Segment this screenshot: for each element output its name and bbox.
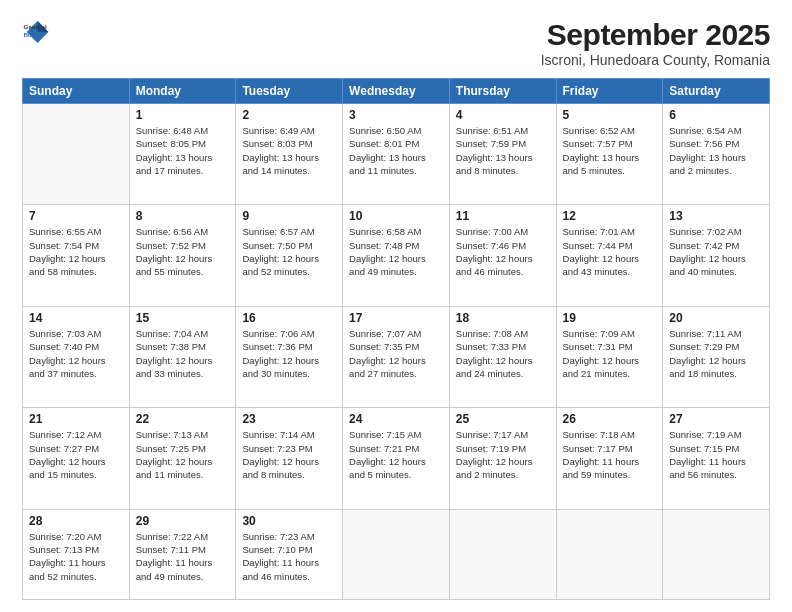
table-row: 29Sunrise: 7:22 AM Sunset: 7:11 PM Dayli… <box>129 509 236 599</box>
day-info: Sunrise: 6:56 AM Sunset: 7:52 PM Dayligh… <box>136 225 230 278</box>
day-info: Sunrise: 7:22 AM Sunset: 7:11 PM Dayligh… <box>136 530 230 583</box>
table-row: 10Sunrise: 6:58 AM Sunset: 7:48 PM Dayli… <box>343 205 450 306</box>
day-info: Sunrise: 7:04 AM Sunset: 7:38 PM Dayligh… <box>136 327 230 380</box>
table-row <box>556 509 663 599</box>
day-number: 20 <box>669 311 763 325</box>
table-row: 17Sunrise: 7:07 AM Sunset: 7:35 PM Dayli… <box>343 306 450 407</box>
table-row: 2Sunrise: 6:49 AM Sunset: 8:03 PM Daylig… <box>236 104 343 205</box>
table-row: 4Sunrise: 6:51 AM Sunset: 7:59 PM Daylig… <box>449 104 556 205</box>
day-number: 14 <box>29 311 123 325</box>
day-number: 3 <box>349 108 443 122</box>
calendar-week-row: 7Sunrise: 6:55 AM Sunset: 7:54 PM Daylig… <box>23 205 770 306</box>
day-number: 24 <box>349 412 443 426</box>
table-row <box>23 104 130 205</box>
day-info: Sunrise: 6:55 AM Sunset: 7:54 PM Dayligh… <box>29 225 123 278</box>
day-info: Sunrise: 7:01 AM Sunset: 7:44 PM Dayligh… <box>563 225 657 278</box>
day-number: 2 <box>242 108 336 122</box>
table-row: 23Sunrise: 7:14 AM Sunset: 7:23 PM Dayli… <box>236 408 343 509</box>
table-row <box>343 509 450 599</box>
day-info: Sunrise: 7:20 AM Sunset: 7:13 PM Dayligh… <box>29 530 123 583</box>
table-row: 11Sunrise: 7:00 AM Sunset: 7:46 PM Dayli… <box>449 205 556 306</box>
table-row: 21Sunrise: 7:12 AM Sunset: 7:27 PM Dayli… <box>23 408 130 509</box>
calendar-table: Sunday Monday Tuesday Wednesday Thursday… <box>22 78 770 600</box>
day-info: Sunrise: 6:49 AM Sunset: 8:03 PM Dayligh… <box>242 124 336 177</box>
col-wednesday: Wednesday <box>343 79 450 104</box>
day-info: Sunrise: 7:03 AM Sunset: 7:40 PM Dayligh… <box>29 327 123 380</box>
table-row: 25Sunrise: 7:17 AM Sunset: 7:19 PM Dayli… <box>449 408 556 509</box>
day-number: 7 <box>29 209 123 223</box>
table-row: 1Sunrise: 6:48 AM Sunset: 8:05 PM Daylig… <box>129 104 236 205</box>
day-info: Sunrise: 7:17 AM Sunset: 7:19 PM Dayligh… <box>456 428 550 481</box>
day-info: Sunrise: 6:54 AM Sunset: 7:56 PM Dayligh… <box>669 124 763 177</box>
day-info: Sunrise: 7:08 AM Sunset: 7:33 PM Dayligh… <box>456 327 550 380</box>
header: General Blue September 2025 Iscroni, Hun… <box>22 18 770 68</box>
day-info: Sunrise: 7:19 AM Sunset: 7:15 PM Dayligh… <box>669 428 763 481</box>
table-row: 20Sunrise: 7:11 AM Sunset: 7:29 PM Dayli… <box>663 306 770 407</box>
logo: General Blue <box>22 18 50 46</box>
col-sunday: Sunday <box>23 79 130 104</box>
day-number: 6 <box>669 108 763 122</box>
day-number: 8 <box>136 209 230 223</box>
day-info: Sunrise: 7:09 AM Sunset: 7:31 PM Dayligh… <box>563 327 657 380</box>
svg-text:General: General <box>24 23 47 30</box>
table-row: 28Sunrise: 7:20 AM Sunset: 7:13 PM Dayli… <box>23 509 130 599</box>
table-row: 14Sunrise: 7:03 AM Sunset: 7:40 PM Dayli… <box>23 306 130 407</box>
table-row: 26Sunrise: 7:18 AM Sunset: 7:17 PM Dayli… <box>556 408 663 509</box>
day-number: 12 <box>563 209 657 223</box>
table-row: 8Sunrise: 6:56 AM Sunset: 7:52 PM Daylig… <box>129 205 236 306</box>
day-number: 18 <box>456 311 550 325</box>
day-number: 11 <box>456 209 550 223</box>
day-info: Sunrise: 7:07 AM Sunset: 7:35 PM Dayligh… <box>349 327 443 380</box>
day-number: 15 <box>136 311 230 325</box>
day-number: 19 <box>563 311 657 325</box>
table-row: 24Sunrise: 7:15 AM Sunset: 7:21 PM Dayli… <box>343 408 450 509</box>
svg-text:Blue: Blue <box>24 31 38 38</box>
day-number: 13 <box>669 209 763 223</box>
table-row: 7Sunrise: 6:55 AM Sunset: 7:54 PM Daylig… <box>23 205 130 306</box>
table-row: 9Sunrise: 6:57 AM Sunset: 7:50 PM Daylig… <box>236 205 343 306</box>
page-title: September 2025 <box>541 18 770 52</box>
day-info: Sunrise: 6:57 AM Sunset: 7:50 PM Dayligh… <box>242 225 336 278</box>
table-row: 22Sunrise: 7:13 AM Sunset: 7:25 PM Dayli… <box>129 408 236 509</box>
day-info: Sunrise: 7:12 AM Sunset: 7:27 PM Dayligh… <box>29 428 123 481</box>
day-info: Sunrise: 7:06 AM Sunset: 7:36 PM Dayligh… <box>242 327 336 380</box>
table-row: 27Sunrise: 7:19 AM Sunset: 7:15 PM Dayli… <box>663 408 770 509</box>
logo-icon: General Blue <box>22 18 50 46</box>
day-info: Sunrise: 7:02 AM Sunset: 7:42 PM Dayligh… <box>669 225 763 278</box>
day-info: Sunrise: 6:58 AM Sunset: 7:48 PM Dayligh… <box>349 225 443 278</box>
day-number: 25 <box>456 412 550 426</box>
day-info: Sunrise: 6:48 AM Sunset: 8:05 PM Dayligh… <box>136 124 230 177</box>
day-number: 29 <box>136 514 230 528</box>
col-monday: Monday <box>129 79 236 104</box>
day-info: Sunrise: 7:15 AM Sunset: 7:21 PM Dayligh… <box>349 428 443 481</box>
day-number: 22 <box>136 412 230 426</box>
table-row: 3Sunrise: 6:50 AM Sunset: 8:01 PM Daylig… <box>343 104 450 205</box>
table-row: 13Sunrise: 7:02 AM Sunset: 7:42 PM Dayli… <box>663 205 770 306</box>
day-number: 17 <box>349 311 443 325</box>
day-info: Sunrise: 7:23 AM Sunset: 7:10 PM Dayligh… <box>242 530 336 583</box>
day-number: 4 <box>456 108 550 122</box>
day-number: 16 <box>242 311 336 325</box>
day-info: Sunrise: 7:14 AM Sunset: 7:23 PM Dayligh… <box>242 428 336 481</box>
table-row: 19Sunrise: 7:09 AM Sunset: 7:31 PM Dayli… <box>556 306 663 407</box>
day-number: 30 <box>242 514 336 528</box>
calendar-header-row: Sunday Monday Tuesday Wednesday Thursday… <box>23 79 770 104</box>
day-number: 1 <box>136 108 230 122</box>
page: General Blue September 2025 Iscroni, Hun… <box>0 0 792 612</box>
calendar-week-row: 28Sunrise: 7:20 AM Sunset: 7:13 PM Dayli… <box>23 509 770 599</box>
day-number: 26 <box>563 412 657 426</box>
table-row: 18Sunrise: 7:08 AM Sunset: 7:33 PM Dayli… <box>449 306 556 407</box>
table-row: 5Sunrise: 6:52 AM Sunset: 7:57 PM Daylig… <box>556 104 663 205</box>
day-number: 28 <box>29 514 123 528</box>
day-info: Sunrise: 6:50 AM Sunset: 8:01 PM Dayligh… <box>349 124 443 177</box>
calendar-week-row: 1Sunrise: 6:48 AM Sunset: 8:05 PM Daylig… <box>23 104 770 205</box>
table-row: 15Sunrise: 7:04 AM Sunset: 7:38 PM Dayli… <box>129 306 236 407</box>
table-row: 30Sunrise: 7:23 AM Sunset: 7:10 PM Dayli… <box>236 509 343 599</box>
day-info: Sunrise: 7:13 AM Sunset: 7:25 PM Dayligh… <box>136 428 230 481</box>
col-tuesday: Tuesday <box>236 79 343 104</box>
day-info: Sunrise: 7:00 AM Sunset: 7:46 PM Dayligh… <box>456 225 550 278</box>
day-info: Sunrise: 6:51 AM Sunset: 7:59 PM Dayligh… <box>456 124 550 177</box>
day-info: Sunrise: 7:18 AM Sunset: 7:17 PM Dayligh… <box>563 428 657 481</box>
table-row <box>663 509 770 599</box>
calendar-week-row: 14Sunrise: 7:03 AM Sunset: 7:40 PM Dayli… <box>23 306 770 407</box>
